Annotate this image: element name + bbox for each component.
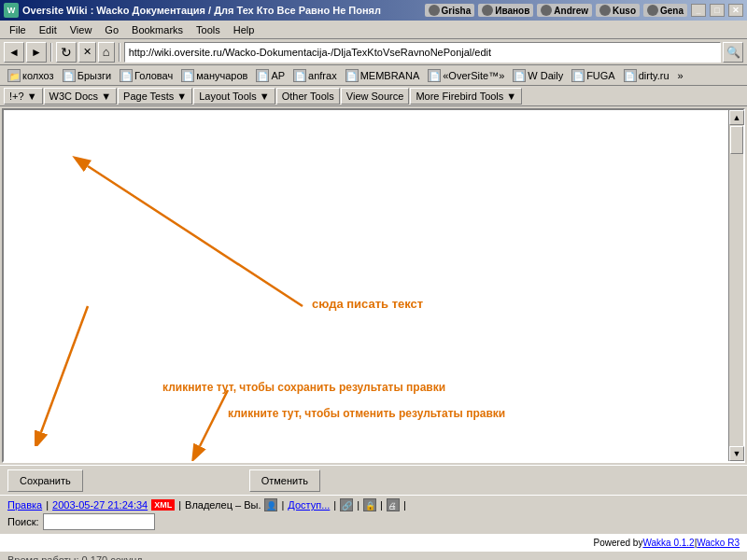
separator-1: | — [46, 499, 49, 511]
pravka-link[interactable]: Правка — [7, 499, 42, 511]
scroll-down-button[interactable]: ▼ — [729, 446, 744, 461]
address-input[interactable] — [124, 42, 721, 63]
pt-layout-button[interactable]: Layout Tools ▼ — [193, 88, 275, 105]
bm-icon: 📄 — [624, 69, 637, 82]
menu-help[interactable]: Help — [228, 22, 261, 37]
pt-w3c-button[interactable]: W3C Docs ▼ — [44, 88, 118, 105]
title-bar-left: W Oversite Wiki : Wacko Документация / Д… — [4, 3, 381, 18]
bm-icon: 📄 — [256, 69, 269, 82]
bm-kolhoz[interactable]: 📁колхоз — [4, 68, 58, 83]
pt-viewsource-button[interactable]: View Source — [341, 88, 410, 105]
search-row: Поиск: — [7, 513, 740, 530]
date-link[interactable]: 2003-05-27 21:24:34 — [52, 499, 148, 511]
wakka-link[interactable]: Wakka 0.1.2 — [642, 538, 694, 548]
menu-bookmarks[interactable]: Bookmarks — [126, 22, 189, 37]
bookmarks-bar: 📁колхоз 📄Брызги 📄Головач 📄манучаров 📄AP … — [0, 65, 747, 86]
bm-icon: 📄 — [571, 69, 585, 82]
annotation-text-3: кликните тут, чтобы отменить результаты … — [228, 407, 505, 420]
search-input[interactable] — [43, 513, 155, 530]
separator-3: | — [281, 499, 284, 511]
separator-5: | — [357, 499, 359, 511]
svg-line-5 — [200, 390, 228, 446]
toolbar-separator-2 — [119, 43, 120, 62]
bm-membrana[interactable]: 📄MEMBRANA — [342, 68, 424, 83]
user-kuso[interactable]: Kuso — [596, 4, 640, 17]
bm-fuga[interactable]: 📄FUGA — [568, 68, 619, 83]
arrow-2 — [32, 297, 293, 446]
search-button[interactable]: 🔍 — [723, 42, 743, 63]
bm-bryizgi[interactable]: 📄Брызги — [59, 68, 115, 83]
bm-more[interactable]: » — [674, 69, 687, 82]
menu-bar: File Edit View Go Bookmarks Tools Help — [0, 21, 747, 39]
user-grisha[interactable]: Grisha — [425, 4, 475, 17]
search-label: Поиск: — [7, 516, 39, 527]
stop-button[interactable]: ✕ — [78, 42, 96, 63]
xml-badge: XML — [151, 499, 175, 511]
cancel-button[interactable]: Отменить — [249, 469, 320, 492]
user-gena[interactable]: Gena — [643, 4, 687, 17]
content-area[interactable]: сюда писать текст кликните тут, чтобы со… — [4, 110, 728, 461]
main-area: сюда писать текст кликните тут, чтобы со… — [2, 108, 745, 463]
bm-icon: 📄 — [428, 69, 441, 82]
menu-edit[interactable]: Edit — [34, 22, 63, 37]
pt-firebird-button[interactable]: More Firebird Tools ▼ — [410, 88, 522, 105]
bm-icon: 📄 — [63, 69, 76, 82]
vertical-scrollbar[interactable]: ▲ ▼ — [728, 110, 743, 461]
bm-dirty[interactable]: 📄dirty.ru — [620, 68, 673, 83]
title-bar-right: Grisha Иванов Andrew Kuso Gena _ □ ✕ — [425, 4, 743, 17]
menu-go[interactable]: Go — [99, 22, 124, 37]
time-bar: Время работы: 0.170 секунд — [0, 552, 747, 560]
toolbar: ◄ ► ↻ ✕ ⌂ 🔍 — [0, 39, 747, 65]
separator-2: | — [178, 499, 181, 511]
menu-tools[interactable]: Tools — [190, 22, 226, 37]
bm-wdaily[interactable]: 📄W Daily — [509, 68, 567, 83]
powered-text: Powered by — [594, 538, 643, 548]
separator-6: | — [380, 499, 383, 511]
scroll-track[interactable] — [729, 125, 743, 446]
minimize-button[interactable]: _ — [691, 4, 706, 17]
page-toolbar: !+? ▼ W3C Docs ▼ Page Tests ▼ Layout Too… — [0, 86, 747, 106]
scroll-up-button[interactable]: ▲ — [729, 110, 744, 125]
window-title: Oversite Wiki : Wacko Документация / Для… — [22, 5, 381, 16]
powered-bar: Powered by Wakka 0.1.2 | Wacko R3 — [0, 533, 747, 552]
bm-manucharov[interactable]: 📄манучаров — [177, 68, 251, 83]
reload-button[interactable]: ↻ — [56, 42, 77, 63]
close-button[interactable]: ✕ — [728, 4, 743, 17]
bm-oversite[interactable]: 📄«OverSite™» — [424, 68, 508, 83]
svg-line-3 — [41, 306, 88, 432]
bm-golovach[interactable]: 📄Головач — [116, 68, 176, 83]
info-bar: Правка | 2003-05-27 21:24:34 XML | Владе… — [0, 495, 747, 533]
toolbar-separator — [50, 43, 52, 62]
pt-other-button[interactable]: Other Tools — [276, 88, 340, 105]
bm-icon: 📁 — [7, 69, 21, 82]
app-icon: W — [4, 3, 19, 18]
maximize-button[interactable]: □ — [710, 4, 725, 17]
user-ivanov[interactable]: Иванов — [478, 4, 533, 17]
arrow-1 — [32, 147, 331, 334]
save-button[interactable]: Сохранить — [7, 469, 83, 492]
bm-anfrax[interactable]: 📄anfrax — [289, 68, 341, 83]
scroll-thumb[interactable] — [730, 126, 743, 154]
link-icon: 🔗 — [340, 498, 353, 511]
info-row: Правка | 2003-05-27 21:24:34 XML | Владе… — [7, 498, 740, 511]
wacko-link[interactable]: Wacko R3 — [697, 538, 740, 548]
bm-icon: 📄 — [293, 69, 306, 82]
menu-file[interactable]: File — [4, 22, 32, 37]
bottom-buttons: Сохранить Отменить — [0, 465, 747, 495]
title-bar: W Oversite Wiki : Wacko Документация / Д… — [0, 0, 747, 21]
menu-view[interactable]: View — [64, 22, 98, 37]
access-link[interactable]: Доступ... — [288, 499, 330, 511]
home-button[interactable]: ⌂ — [98, 42, 115, 63]
bm-icon: 📄 — [120, 69, 133, 82]
lock-icon: 🔒 — [363, 498, 376, 511]
pt-help-button[interactable]: !+? ▼ — [4, 88, 43, 105]
bm-icon: 📄 — [345, 69, 359, 82]
pt-pagetests-button[interactable]: Page Tests ▼ — [118, 88, 192, 105]
bm-ap[interactable]: 📄AP — [252, 68, 289, 83]
separator-4: | — [333, 499, 336, 511]
forward-button[interactable]: ► — [26, 42, 47, 63]
user-andrew[interactable]: Andrew — [537, 4, 592, 17]
back-button[interactable]: ◄ — [4, 42, 24, 63]
bm-icon: 📄 — [181, 69, 194, 82]
owner-text: Владелец – Вы. — [185, 499, 261, 511]
